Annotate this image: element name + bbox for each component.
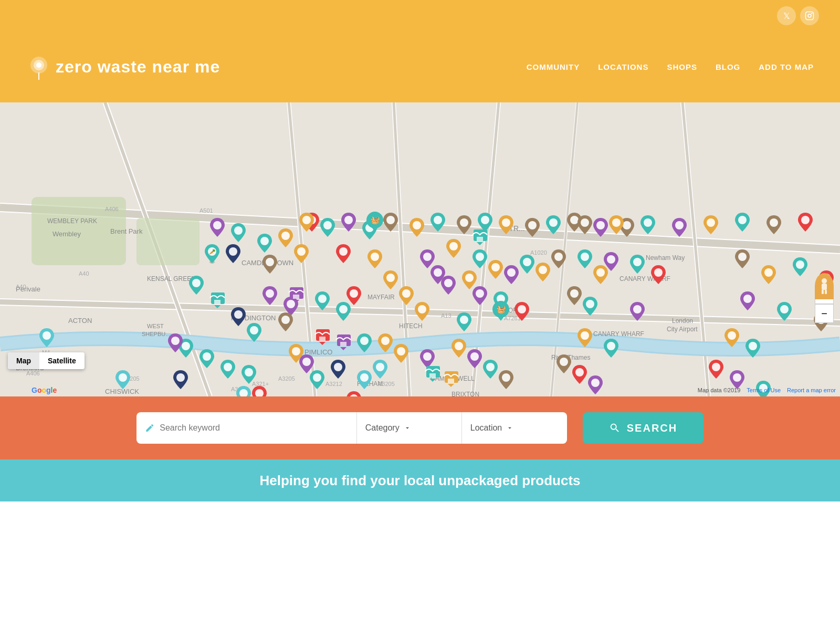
svg-point-71	[182, 342, 190, 350]
svg-point-184	[570, 289, 579, 298]
map-footer: Map data ©2019 Terms of Use Report a map…	[0, 384, 840, 396]
svg-point-120	[234, 310, 243, 319]
svg-point-5	[36, 62, 41, 68]
nav-shops[interactable]: SHOPS	[667, 62, 697, 71]
nav-add-to-map[interactable]: ADD TO MAP	[759, 62, 814, 71]
pegman-icon[interactable]	[815, 273, 834, 299]
svg-point-180	[596, 268, 605, 277]
svg-point-112	[423, 253, 432, 261]
svg-text:ACTON: ACTON	[68, 317, 92, 325]
svg-point-179	[581, 253, 589, 261]
svg-rect-234	[429, 373, 436, 378]
svg-rect-24	[136, 218, 200, 265]
svg-text:HITECH: HITECH	[399, 322, 423, 330]
svg-point-204	[728, 331, 736, 340]
nav-blog[interactable]: BLOG	[716, 62, 740, 71]
svg-point-167	[507, 268, 516, 277]
svg-point-90	[381, 337, 390, 345]
svg-point-135	[623, 221, 631, 229]
svg-text:🧺: 🧺	[497, 305, 506, 314]
svg-point-121	[176, 373, 185, 382]
svg-point-75	[318, 295, 327, 303]
nav-community[interactable]: COMMUNITY	[527, 62, 580, 71]
svg-point-76	[339, 305, 348, 313]
map-container[interactable]: Wembley WEMBLEY PARK Brent Park Perivale…	[0, 102, 840, 396]
svg-point-118	[596, 221, 605, 229]
svg-point-174	[460, 316, 468, 324]
svg-point-264	[822, 278, 827, 284]
category-dropdown[interactable]: Category	[357, 412, 462, 444]
zoom-out-button[interactable]: −	[815, 304, 834, 323]
logo-text: zero waste near me	[56, 57, 220, 77]
svg-rect-228	[319, 337, 326, 341]
svg-text:WEMBLEY PARK: WEMBLEY PARK	[47, 217, 97, 225]
svg-point-177	[486, 363, 495, 371]
svg-point-73	[224, 363, 232, 371]
svg-point-134	[570, 216, 579, 224]
svg-text:🥕: 🥕	[209, 248, 216, 255]
search-button-label: SEARCH	[627, 422, 677, 434]
twitter-icon[interactable]: 𝕏	[777, 6, 796, 25]
svg-point-116	[423, 352, 432, 361]
svg-point-152	[434, 216, 442, 224]
svg-point-171	[476, 289, 484, 298]
search-icon	[609, 422, 621, 434]
svg-point-127	[281, 316, 290, 324]
svg-text:A40: A40	[16, 284, 26, 290]
svg-point-260	[313, 373, 321, 382]
svg-point-74	[245, 368, 253, 377]
svg-point-110	[266, 289, 274, 298]
svg-point-77	[250, 326, 258, 334]
svg-text:A501: A501	[200, 207, 213, 214]
logo[interactable]: zero waste near me	[26, 55, 220, 80]
search-button[interactable]: SEARCH	[583, 412, 704, 444]
svg-point-175	[455, 342, 463, 350]
svg-point-157	[581, 218, 589, 227]
instagram-icon[interactable]	[800, 6, 819, 25]
logo-nav: zero waste near me COMMUNITY LOCATIONS S…	[0, 32, 840, 102]
keyword-field[interactable]	[136, 412, 357, 444]
svg-point-136	[43, 331, 51, 340]
svg-point-186	[633, 305, 642, 313]
location-dropdown[interactable]: Location	[462, 412, 567, 444]
svg-point-150	[386, 216, 395, 224]
nav-locations[interactable]: LOCATIONS	[598, 62, 648, 71]
map-type-satellite-button[interactable]: Satellite	[39, 352, 85, 369]
map-type-control: Map Satellite	[8, 352, 85, 369]
map-type-map-button[interactable]: Map	[8, 352, 39, 369]
svg-point-89	[418, 305, 426, 313]
terms-of-use-link[interactable]: Terms of Use	[747, 387, 781, 393]
svg-point-84	[281, 232, 290, 240]
svg-rect-0	[806, 12, 814, 20]
search-bar: Category Location SEARCH	[0, 396, 840, 459]
svg-text:SHEPBU...: SHEPBU...	[142, 331, 170, 337]
svg-point-158	[612, 218, 621, 227]
svg-rect-222	[477, 237, 483, 241]
svg-point-178	[502, 373, 510, 382]
svg-point-94	[449, 242, 458, 250]
svg-point-161	[707, 218, 715, 227]
svg-point-153	[460, 218, 468, 227]
svg-point-140	[360, 373, 369, 382]
svg-point-113	[434, 268, 442, 277]
svg-point-164	[801, 216, 810, 224]
svg-point-257	[192, 279, 201, 287]
svg-text:CANARY WHARF: CANARY WHARF	[593, 330, 644, 338]
svg-point-176	[470, 352, 479, 361]
category-label: Category	[365, 423, 400, 433]
svg-point-188	[607, 342, 615, 350]
svg-rect-266	[822, 290, 824, 294]
svg-point-119	[229, 247, 237, 256]
svg-point-163	[770, 218, 778, 227]
report-error-link[interactable]: Report a map error	[787, 387, 836, 393]
svg-point-126	[266, 258, 274, 266]
svg-point-205	[749, 342, 757, 350]
location-label: Location	[470, 423, 502, 433]
svg-point-165	[476, 253, 484, 261]
chevron-down-icon	[404, 424, 411, 432]
svg-point-173	[518, 305, 526, 313]
svg-point-259	[302, 358, 311, 366]
svg-text:A3205: A3205	[278, 375, 295, 382]
svg-point-146	[302, 216, 311, 224]
keyword-input-field[interactable]	[160, 423, 348, 433]
